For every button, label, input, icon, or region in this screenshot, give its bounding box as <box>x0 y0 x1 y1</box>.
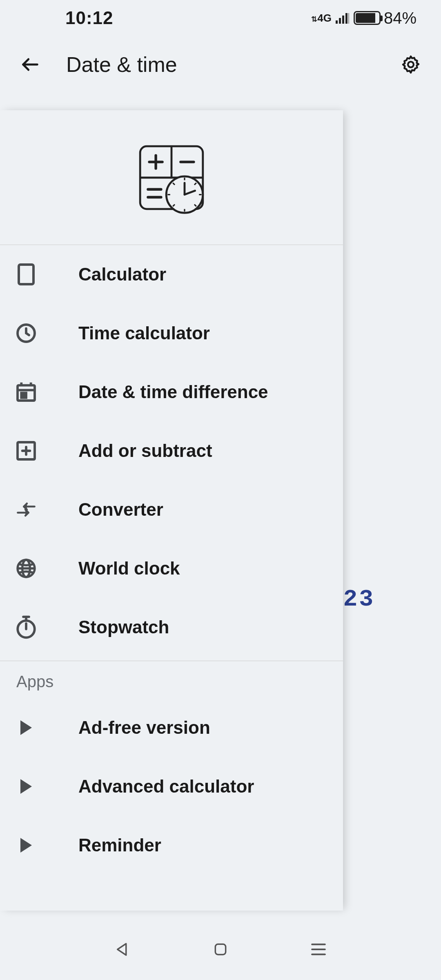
svg-rect-49 <box>215 944 225 954</box>
nav-home-button[interactable] <box>208 937 233 962</box>
clock-icon <box>15 322 38 345</box>
svg-point-6 <box>408 62 414 67</box>
nav-item-converter[interactable]: Converter <box>0 480 343 539</box>
nav-item-label: Add or subtract <box>78 441 212 461</box>
svg-rect-2 <box>342 16 344 24</box>
plus-box-icon <box>15 439 38 462</box>
svg-rect-3 <box>345 13 347 24</box>
section-header-apps: Apps <box>0 661 343 698</box>
system-nav-bar <box>0 919 441 980</box>
background-value: 23 <box>343 586 375 612</box>
app-logo-icon <box>132 138 211 217</box>
nav-item-label: Calculator <box>78 264 166 285</box>
status-bar: 10:12 ⇅4G 84% <box>0 0 441 36</box>
app-bar: Date & time <box>0 36 441 93</box>
nav-item-reminder[interactable]: Reminder <box>0 816 343 875</box>
nav-item-calculator[interactable]: Calculator <box>0 245 343 304</box>
nav-recents-button[interactable] <box>306 937 331 962</box>
globe-icon <box>15 557 38 580</box>
svg-rect-0 <box>336 20 338 24</box>
back-button[interactable] <box>16 50 45 79</box>
svg-marker-45 <box>20 720 32 735</box>
battery-icon <box>354 11 381 25</box>
nav-item-stopwatch[interactable]: Stopwatch <box>0 598 343 657</box>
play-icon <box>15 719 38 737</box>
status-right: ⇅4G 84% <box>311 9 416 27</box>
drawer-list: Calculator Time calculator Date & time d… <box>0 245 343 911</box>
nav-item-label: Ad-free version <box>78 717 210 738</box>
svg-rect-32 <box>21 393 26 398</box>
calculator-icon <box>15 263 38 286</box>
nav-item-add-subtract[interactable]: Add or subtract <box>0 421 343 480</box>
battery-percent: 84% <box>384 9 416 27</box>
svg-marker-48 <box>118 944 126 955</box>
svg-marker-46 <box>20 779 32 794</box>
nav-item-label: Converter <box>78 499 163 520</box>
network-indicator: ⇅4G <box>311 12 332 24</box>
nav-item-label: Time calculator <box>78 323 210 343</box>
svg-marker-47 <box>20 838 32 853</box>
svg-rect-1 <box>339 18 341 24</box>
nav-item-ad-free[interactable]: Ad-free version <box>0 698 343 757</box>
converter-arrows-icon <box>15 501 38 518</box>
nav-item-world-clock[interactable]: World clock <box>0 539 343 598</box>
status-time: 10:12 <box>65 8 114 28</box>
nav-item-label: World clock <box>78 558 180 579</box>
svg-rect-26 <box>19 265 33 284</box>
drawer-header <box>0 110 343 245</box>
play-icon <box>15 777 38 795</box>
stopwatch-icon <box>15 615 38 639</box>
svg-rect-4 <box>348 13 349 24</box>
nav-item-label: Date & time difference <box>78 382 268 402</box>
settings-button[interactable] <box>396 50 425 79</box>
page-title: Date & time <box>66 52 177 77</box>
signal-icon <box>336 12 350 24</box>
nav-back-button[interactable] <box>110 937 135 962</box>
calendar-icon <box>15 381 38 403</box>
navigation-drawer: Calculator Time calculator Date & time d… <box>0 110 343 911</box>
nav-item-time-calculator[interactable]: Time calculator <box>0 304 343 363</box>
nav-item-label: Stopwatch <box>78 617 169 637</box>
nav-item-label: Advanced calculator <box>78 776 254 797</box>
nav-item-advanced-calc[interactable]: Advanced calculator <box>0 757 343 816</box>
nav-item-date-time-difference[interactable]: Date & time difference <box>0 363 343 421</box>
play-icon <box>15 836 38 854</box>
nav-item-label: Reminder <box>78 835 161 855</box>
